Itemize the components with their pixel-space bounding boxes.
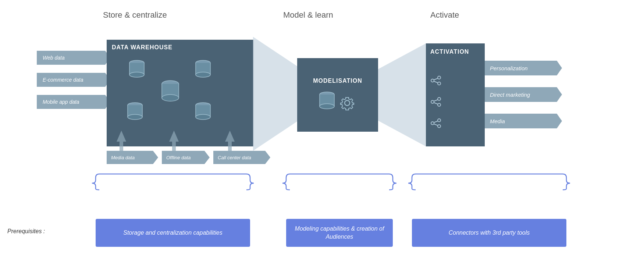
svg-marker-34 — [378, 43, 426, 146]
activation-title: ACTIVATION — [430, 49, 480, 55]
brace-3 — [408, 172, 570, 191]
offline-data-label: Offline data — [166, 155, 191, 160]
brace-1 — [92, 172, 254, 191]
arrow-direct-marketing: Direct marketing — [485, 87, 562, 102]
direct-marketing-label: Direct marketing — [490, 92, 530, 98]
arrow-media: Media — [485, 114, 562, 128]
db-icon-5 — [195, 102, 211, 123]
svg-point-22 — [196, 114, 210, 120]
up-arrow-3 — [224, 131, 235, 153]
db-icon-4 — [127, 102, 143, 123]
callcenter-label: Call center data — [218, 155, 251, 160]
svg-line-44 — [434, 103, 438, 104]
db-icon-2 — [195, 60, 211, 81]
svg-point-46 — [431, 122, 434, 125]
header-model: Model & learn — [283, 10, 333, 20]
activation-row-2 — [430, 97, 480, 107]
mobile-label: Mobile app data — [43, 99, 79, 105]
svg-point-17 — [128, 114, 142, 120]
model-db-icon — [319, 92, 335, 112]
brace-2 — [282, 172, 396, 191]
svg-point-37 — [438, 82, 441, 85]
header-store: Store & centralize — [103, 10, 167, 20]
funnel-right — [378, 43, 426, 146]
media-label: Media — [490, 118, 505, 124]
main-diagram: Store & centralize Model & learn Activat… — [0, 0, 644, 263]
svg-marker-27 — [225, 131, 235, 153]
arrow-offline-data: Offline data — [162, 151, 210, 164]
header-activate: Activate — [430, 10, 459, 20]
svg-line-38 — [434, 78, 438, 80]
capability-box-1: Storage and centralization capabilities — [96, 219, 250, 247]
share-icon-2 — [430, 97, 441, 107]
svg-point-36 — [431, 79, 434, 82]
activation-row-1 — [430, 75, 480, 86]
activation-row-3 — [430, 118, 480, 128]
share-icon-3 — [430, 118, 441, 128]
svg-point-45 — [438, 119, 441, 122]
capability-box-2: Modeling capabilities & creation of Audi… — [286, 219, 393, 247]
activation-box: ACTIVATION — [426, 43, 485, 146]
svg-point-7 — [196, 72, 210, 77]
warehouse-title: DATA WAREHOUSE — [107, 40, 254, 51]
funnel-left — [253, 37, 297, 151]
model-title: MODELISATION — [313, 78, 362, 84]
arrow-callcenter-data: Call center data — [213, 151, 270, 164]
personalization-label: Personalization — [490, 65, 528, 71]
svg-point-41 — [431, 100, 434, 103]
svg-point-12 — [162, 95, 179, 101]
svg-point-40 — [438, 97, 441, 100]
modelisation-box: MODELISATION — [297, 58, 378, 132]
svg-marker-26 — [169, 131, 179, 153]
db-icon-1 — [129, 60, 145, 81]
svg-point-42 — [438, 103, 441, 106]
svg-marker-28 — [253, 37, 297, 151]
arrow-personalization: Personalization — [485, 61, 562, 75]
svg-point-47 — [438, 125, 441, 128]
web-data-label: Web data — [43, 55, 65, 61]
prerequisites-label: Prerequisites : — [7, 228, 45, 235]
share-icon-1 — [430, 75, 441, 86]
gear-icon — [338, 94, 356, 112]
arrow-mobile-data: Mobile app data — [37, 95, 110, 109]
up-arrow-1 — [116, 131, 127, 153]
svg-line-48 — [434, 121, 438, 122]
up-arrow-2 — [168, 131, 179, 153]
svg-point-2 — [129, 72, 144, 77]
ecommerce-label: E-commerce data — [43, 77, 83, 83]
svg-marker-25 — [117, 131, 126, 153]
arrow-media-data: Media data — [107, 151, 158, 164]
svg-point-35 — [438, 76, 441, 79]
svg-line-43 — [434, 100, 438, 101]
arrow-ecommerce-data: E-commerce data — [37, 73, 110, 87]
svg-point-31 — [320, 104, 334, 109]
arrow-web-data: Web data — [37, 51, 110, 65]
capability-box-3: Connectors with 3rd party tools — [412, 219, 566, 247]
svg-line-49 — [434, 124, 438, 125]
media-data-label: Media data — [111, 155, 135, 160]
db-icon-3 — [161, 80, 179, 104]
svg-line-39 — [434, 81, 438, 83]
